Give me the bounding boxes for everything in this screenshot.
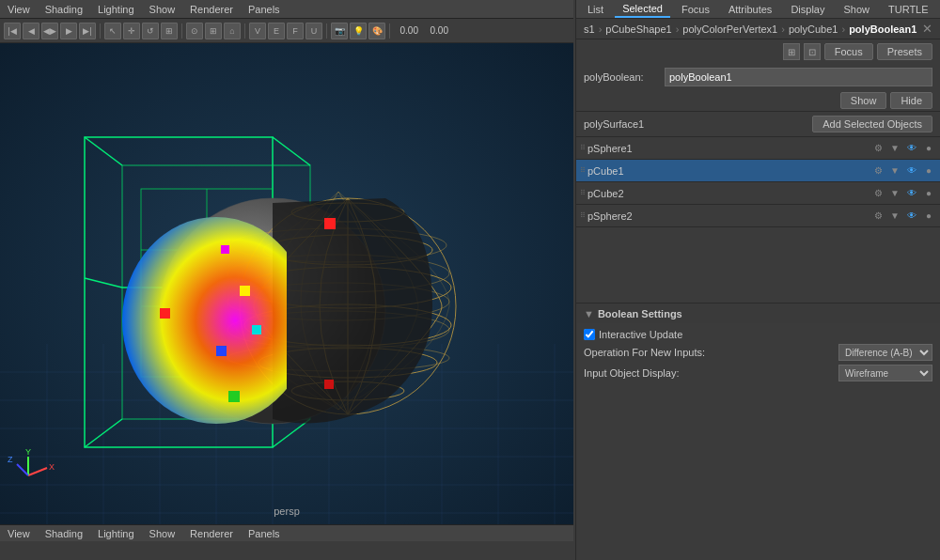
bc-arrow-4: ›: [841, 23, 845, 35]
tab-turtle[interactable]: TURTLE: [881, 2, 936, 17]
persp-label: persp: [274, 506, 300, 517]
object-list: ⠿ pSphere1 ⚙ ▼ 👁 ● ⠿ pCube1 ⚙ ▼ 👁 ● ⠿ pC…: [576, 136, 940, 227]
tb-vert[interactable]: V: [249, 23, 266, 39]
menu-panels[interactable]: Panels: [241, 4, 288, 15]
bool-arrow-icon: ▼: [584, 308, 594, 319]
svg-point-46: [122, 217, 310, 424]
tb-render[interactable]: 🎨: [368, 23, 385, 39]
obj-gear-icon[interactable]: ⚙: [870, 163, 885, 179]
breadcrumb-close-icon[interactable]: ✕: [922, 22, 932, 36]
tb-scale[interactable]: ⊞: [161, 23, 178, 39]
bc-arrow-1: ›: [599, 23, 603, 35]
obj-icons: ⚙ ▼ 👁 ●: [870, 141, 936, 156]
obj-eye-icon[interactable]: 👁: [904, 186, 919, 201]
interactive-update-checkbox[interactable]: [584, 329, 595, 340]
obj-dot-icon[interactable]: ●: [921, 209, 936, 224]
svg-rect-50: [216, 346, 227, 356]
obj-eye-icon[interactable]: 👁: [904, 141, 919, 156]
menu-view[interactable]: View: [0, 4, 38, 15]
op-select[interactable]: Difference (A-B): [838, 344, 932, 361]
sep1: [100, 23, 101, 39]
tb-snap3[interactable]: ⌂: [224, 23, 241, 39]
add-selected-button[interactable]: Add Selected Objects: [812, 116, 932, 132]
bc-polycube[interactable]: polyCube1: [789, 23, 838, 35]
tb-next[interactable]: ▶|: [79, 23, 96, 39]
tb-camera[interactable]: 📷: [331, 23, 348, 39]
menu-lighting[interactable]: Lighting: [90, 4, 142, 15]
tb-back[interactable]: ◀: [23, 23, 39, 39]
tb-uvw[interactable]: U: [306, 23, 322, 39]
tb-snap[interactable]: ⊙: [186, 23, 203, 39]
obj-dot-icon[interactable]: ●: [921, 141, 936, 156]
svg-rect-54: [221, 245, 229, 254]
tb-edge[interactable]: E: [268, 23, 285, 39]
tb-face[interactable]: F: [287, 23, 304, 39]
obj-arrow-icon[interactable]: ▼: [887, 163, 902, 179]
obj-gear-icon[interactable]: ⚙: [870, 186, 885, 201]
show-hide-row: Show Hide: [576, 90, 940, 111]
bc-polycolor[interactable]: polyColorPerVertex1: [682, 23, 777, 35]
icon-btn-2[interactable]: ⊡: [804, 43, 821, 60]
bmenu-show[interactable]: Show: [142, 528, 183, 539]
bool-settings-header[interactable]: ▼ Boolean Settings: [576, 303, 940, 323]
obj-dot-icon[interactable]: ●: [921, 163, 936, 179]
obj-arrow-icon[interactable]: ▼: [887, 186, 902, 201]
top-menubar: View Shading Lighting Show Renderer Pane…: [0, 0, 573, 19]
tb-snap2[interactable]: ⊞: [205, 23, 222, 39]
bc-polybool[interactable]: polyBoolean1: [849, 23, 916, 35]
coord-y: 0.00: [424, 25, 452, 36]
obj-gear-icon[interactable]: ⚙: [870, 209, 885, 224]
obj-arrow-icon[interactable]: ▼: [887, 209, 902, 224]
drag-handle: ⠿: [580, 166, 588, 175]
menu-renderer[interactable]: Renderer: [182, 4, 241, 15]
bmenu-lighting[interactable]: Lighting: [90, 528, 142, 539]
tb-play-back[interactable]: ◀▶: [41, 23, 58, 39]
input-select[interactable]: Wireframe: [838, 365, 932, 381]
focus-button[interactable]: Focus: [824, 43, 873, 60]
bmenu-view[interactable]: View: [0, 528, 38, 539]
obj-arrow-icon[interactable]: ▼: [887, 141, 902, 156]
sep4: [326, 23, 327, 39]
menu-shading[interactable]: Shading: [38, 4, 90, 15]
poly-boolean-input[interactable]: [665, 68, 932, 86]
svg-rect-53: [324, 380, 334, 389]
hide-button[interactable]: Hide: [890, 92, 932, 109]
bmenu-panels[interactable]: Panels: [241, 528, 288, 539]
tab-selected[interactable]: Selected: [615, 1, 670, 18]
tab-attributes[interactable]: Attributes: [721, 2, 779, 17]
obj-dot-icon[interactable]: ●: [921, 186, 936, 201]
tab-display[interactable]: Display: [783, 2, 832, 17]
object-row[interactable]: ⠿ pCube2 ⚙ ▼ 👁 ●: [576, 182, 940, 205]
bc-pcubeshape[interactable]: pCubeShape1: [605, 23, 671, 35]
bmenu-renderer[interactable]: Renderer: [182, 528, 241, 539]
object-row[interactable]: ⠿ pSphere2 ⚙ ▼ 👁 ●: [576, 205, 940, 227]
object-row-selected[interactable]: ⠿ pCube1 ⚙ ▼ 👁 ●: [576, 160, 940, 182]
tab-show[interactable]: Show: [836, 2, 877, 17]
viewport[interactable]: X Y Z persp: [0, 43, 573, 524]
obj-icons: ⚙ ▼ 👁 ●: [870, 209, 936, 224]
menu-show[interactable]: Show: [142, 4, 183, 15]
tb-play[interactable]: ▶: [60, 23, 77, 39]
input-label: Input Object Display:: [584, 367, 835, 379]
obj-eye-icon[interactable]: 👁: [904, 209, 919, 224]
obj-icons: ⚙ ▼ 👁 ●: [870, 163, 936, 179]
tab-list[interactable]: List: [580, 2, 611, 17]
presets-button[interactable]: Presets: [877, 43, 932, 60]
bmenu-shading[interactable]: Shading: [38, 528, 90, 539]
tb-rotate[interactable]: ↺: [142, 23, 159, 39]
tb-prev[interactable]: |◀: [4, 23, 21, 39]
tab-focus[interactable]: Focus: [674, 2, 717, 17]
obj-gear-icon[interactable]: ⚙: [870, 141, 885, 156]
sep5: [389, 23, 390, 39]
coord-x: 0.00: [394, 25, 422, 36]
object-row[interactable]: ⠿ pSphere1 ⚙ ▼ 👁 ●: [576, 137, 940, 160]
icon-btn-1[interactable]: ⊞: [783, 43, 800, 60]
obj-eye-icon[interactable]: 👁: [904, 163, 919, 179]
tb-light[interactable]: 💡: [350, 23, 367, 39]
show-button[interactable]: Show: [840, 92, 887, 109]
tb-select[interactable]: ↖: [104, 23, 121, 39]
tb-move[interactable]: ✛: [123, 23, 140, 39]
obj-name-psphere2: pSphere2: [588, 210, 870, 222]
obj-name-psphere1: pSphere1: [588, 143, 870, 154]
bc-s1[interactable]: s1: [584, 23, 595, 35]
